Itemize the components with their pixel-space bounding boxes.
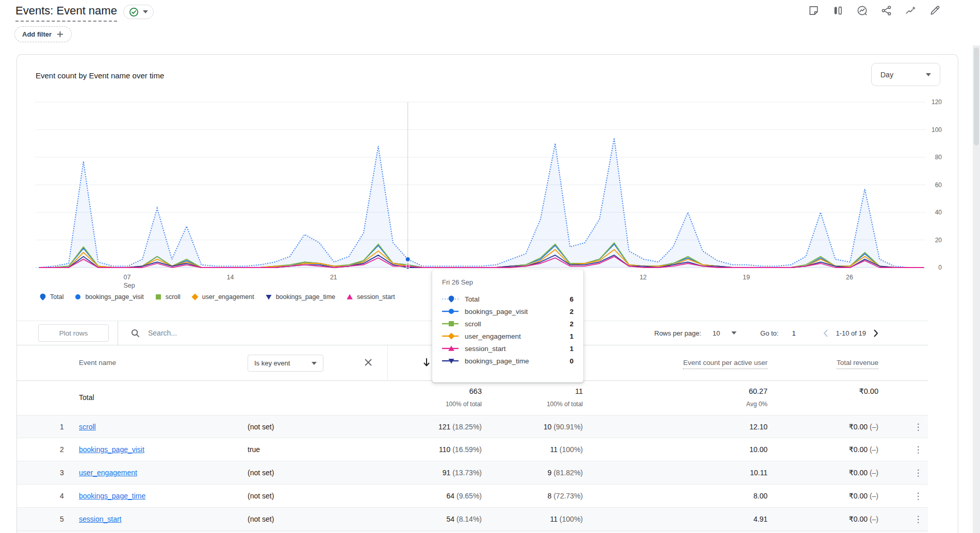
tooltip-row-total: Total6 [442, 293, 574, 305]
table-row-partial [17, 530, 928, 533]
svg-text:0: 0 [938, 264, 942, 271]
tooltip-series-value: 6 [569, 295, 574, 303]
event-count-cell: 121 (18.25%) [438, 423, 482, 431]
table-row: 2bookings_page_visittrue110 (16.59%)11 (… [17, 438, 928, 461]
triangle-down-marker-icon [265, 293, 272, 301]
scrollbar-thumb[interactable] [974, 47, 979, 145]
row-menu-icon[interactable]: ⋮ [912, 444, 924, 456]
add-filter-label: Add filter [22, 30, 52, 38]
chart-tooltip: Fri 26 Sep Total6bookings_page_visit2scr… [432, 270, 583, 382]
row-menu-icon[interactable]: ⋮ [912, 490, 924, 503]
add-filter-button[interactable]: Add filter [14, 26, 72, 42]
page-scrollbar[interactable] [973, 45, 980, 533]
next-page-icon[interactable] [873, 329, 879, 338]
revenue-cell: ₹0.00 (–) [849, 515, 878, 523]
legend-label: bookings_page_time [276, 293, 335, 301]
value-percentage: (–) [870, 423, 878, 431]
chart-title: Event count by Event name over time [36, 71, 164, 80]
chevron-down-icon[interactable] [731, 331, 737, 335]
square-marker-icon [155, 293, 162, 301]
granularity-select[interactable]: Day [871, 63, 940, 86]
event-name-link[interactable]: scroll [79, 423, 96, 431]
legend-item-user_engagement[interactable]: user_engagement [191, 293, 254, 301]
data-quality-badge[interactable] [123, 5, 154, 19]
table-row: 3user_engagement(not set)91 (13.73%)9 (8… [17, 461, 928, 484]
chart-legend: Totalbookings_page_visitscrolluser_engag… [39, 293, 395, 301]
search-input[interactable] [148, 329, 313, 337]
tooltip-series-value: 0 [569, 357, 574, 365]
total-users-cell: 11 (100%) [550, 515, 583, 523]
ga4-events-report: Events: Event name Add filter 0204060801… [0, 0, 980, 533]
events-time-chart[interactable]: 02040608010012007Sep14212805Oct121926 [17, 55, 959, 293]
total-users-cell: 11 (100%) [550, 445, 583, 454]
rows-per-page-value[interactable]: 10 [713, 329, 720, 337]
row-index: 3 [56, 469, 68, 477]
tooltip-series-name: scroll [465, 320, 481, 328]
event-count-cell: 91 (13.73%) [443, 469, 482, 477]
legend-item-session_start[interactable]: session_start [346, 293, 395, 301]
totals-revenue: ₹0.00 [859, 387, 878, 395]
tooltip-series-name: Total [465, 295, 480, 303]
totals-event-count-sub: 100% of total [446, 401, 482, 408]
per-active-user-cell: 12.10 [749, 423, 767, 431]
legend-item-scroll[interactable]: scroll [155, 293, 181, 301]
row-menu-icon[interactable]: ⋮ [912, 421, 924, 434]
toolbar-divider [118, 321, 118, 345]
svg-text:80: 80 [935, 154, 942, 161]
svg-text:60: 60 [935, 181, 942, 189]
row-index: 2 [56, 445, 68, 454]
row-menu-icon[interactable]: ⋮ [912, 513, 924, 526]
event-name-link[interactable]: bookings_page_time [79, 492, 145, 500]
event-count-cell: 54 (8.14%) [447, 515, 482, 523]
close-icon[interactable] [364, 358, 373, 367]
plot-rows-button[interactable]: Plot rows [38, 324, 109, 342]
column-header-event-name[interactable]: Event name [79, 359, 116, 367]
key-event-filter-select[interactable]: Is key event [248, 355, 323, 372]
edit-icon[interactable] [929, 5, 941, 16]
legend-item-bookings_page_time[interactable]: bookings_page_time [265, 293, 335, 301]
tooltip-series-value: 2 [569, 308, 574, 315]
tooltip-rows: Total6bookings_page_visit2scroll2user_en… [442, 293, 574, 367]
comparison-icon[interactable] [832, 5, 844, 16]
event-name-link[interactable]: bookings_page_visit [79, 445, 144, 454]
revenue-cell: ₹0.00 (–) [849, 492, 878, 500]
value-percentage: (–) [870, 515, 878, 523]
revenue-cell: ₹0.00 (–) [849, 469, 878, 477]
sort-descending-icon[interactable] [422, 357, 431, 368]
note-icon[interactable] [808, 5, 820, 16]
value-percentage: (9.65%) [456, 492, 482, 500]
key-event-filter-value: Is key event [254, 359, 290, 367]
chevron-down-icon [312, 362, 317, 365]
column-header-total-revenue[interactable]: Total revenue [837, 359, 878, 367]
insights-circle-icon[interactable] [856, 5, 868, 16]
check-circle-icon [129, 7, 139, 17]
per-active-user-cell: 4.91 [754, 515, 767, 523]
total-users-cell: 8 (72.73%) [548, 492, 583, 500]
tooltip-series-value: 2 [569, 320, 574, 328]
event-name-link[interactable]: session_start [79, 515, 121, 523]
pagination: Rows per page: 10 Go to: 1-10 of 19 [655, 329, 879, 338]
pagination-range: 1-10 of 19 [836, 329, 866, 337]
legend-item-bookings_page_visit[interactable]: bookings_page_visit [74, 293, 143, 301]
tooltip-row-scroll: scroll2 [442, 318, 574, 330]
svg-text:14: 14 [227, 274, 234, 281]
diamond-marker-icon [442, 332, 459, 340]
revenue-cell: ₹0.00 (–) [849, 423, 878, 431]
previous-page-icon[interactable] [823, 329, 829, 338]
insights-sparkle-icon[interactable] [905, 5, 917, 16]
value-percentage: (18.25%) [452, 423, 482, 431]
legend-item-total[interactable]: Total [39, 293, 63, 301]
granularity-value: Day [880, 71, 893, 79]
column-header-per-active-user[interactable]: Event count per active user [683, 359, 767, 367]
per-active-user-cell: 8.00 [754, 492, 767, 500]
go-to-input[interactable] [792, 329, 803, 337]
rows-per-page-label: Rows per page: [655, 329, 701, 337]
square-marker-icon [442, 320, 459, 327]
row-menu-icon[interactable]: ⋮ [912, 467, 924, 479]
pin-marker-icon [39, 293, 46, 301]
totals-label: Total [79, 393, 94, 402]
event-name-link[interactable]: user_engagement [79, 469, 137, 477]
share-icon[interactable] [880, 5, 892, 16]
value-percentage: (100%) [560, 515, 583, 523]
revenue-cell: ₹0.00 (–) [849, 445, 878, 454]
